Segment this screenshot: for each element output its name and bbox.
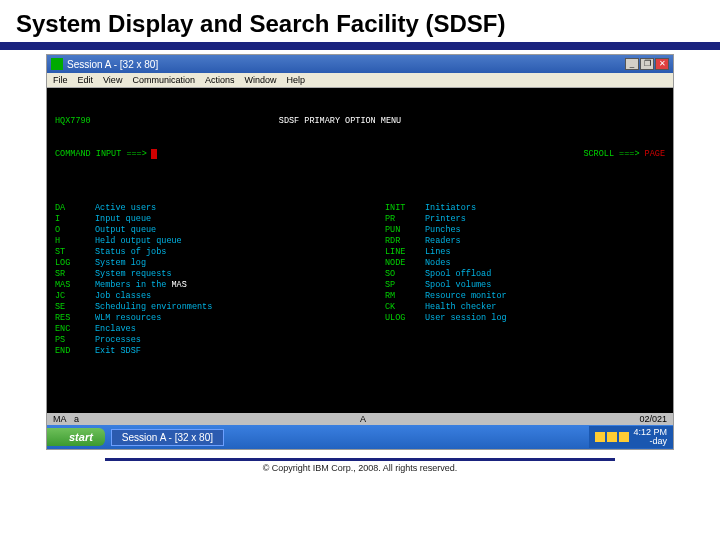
option-row[interactable]: JCJob classes — [55, 291, 385, 302]
start-button[interactable]: start — [47, 428, 105, 446]
option-row[interactable]: DAActive users — [55, 203, 385, 214]
menu-item[interactable]: Help — [286, 75, 305, 85]
option-desc: Members in the MAS — [95, 280, 187, 291]
option-row[interactable]: OOutput queue — [55, 225, 385, 236]
option-row[interactable]: NODENodes — [385, 258, 665, 269]
title-underline — [0, 42, 720, 50]
status-left: MA — [53, 414, 67, 424]
option-code: RES — [55, 313, 95, 324]
option-row[interactable]: PUNPunches — [385, 225, 665, 236]
option-desc: System requests — [95, 269, 172, 280]
option-code: CK — [385, 302, 425, 313]
option-code: PR — [385, 214, 425, 225]
slide-footer: © Copyright IBM Corp., 2008. All rights … — [0, 463, 720, 473]
status-a: a — [67, 414, 87, 424]
option-code: O — [55, 225, 95, 236]
option-row[interactable]: LOGSystem log — [55, 258, 385, 269]
option-code: DA — [55, 203, 95, 214]
option-code: PUN — [385, 225, 425, 236]
option-row[interactable]: SEScheduling environments — [55, 302, 385, 313]
panel-id: HQX7790 — [55, 116, 135, 127]
option-row[interactable]: IInput queue — [55, 214, 385, 225]
menu-item[interactable]: Communication — [132, 75, 195, 85]
tray-icons[interactable] — [595, 432, 629, 442]
option-columns: DAActive usersIInput queueOOutput queueH… — [55, 203, 665, 357]
option-code: MAS — [55, 280, 95, 291]
option-row[interactable]: MASMembers in the MAS — [55, 280, 385, 291]
tray-icon[interactable] — [607, 432, 617, 442]
option-desc: WLM resources — [95, 313, 161, 324]
taskbar-item[interactable]: Session A - [32 x 80] — [111, 429, 224, 446]
option-row[interactable]: RMResource monitor — [385, 291, 665, 302]
option-desc: Health checker — [425, 302, 496, 313]
menu-item[interactable]: Actions — [205, 75, 235, 85]
option-row[interactable]: STStatus of jobs — [55, 247, 385, 258]
option-code: LOG — [55, 258, 95, 269]
option-code: SE — [55, 302, 95, 313]
option-code: INIT — [385, 203, 425, 214]
menu-item[interactable]: Window — [244, 75, 276, 85]
option-desc: Nodes — [425, 258, 451, 269]
option-desc: Scheduling environments — [95, 302, 212, 313]
license-block: Licensed Materials - Property of IBM 569… — [55, 398, 665, 413]
option-desc: Readers — [425, 236, 461, 247]
tray-icon[interactable] — [619, 432, 629, 442]
emulator-window: Session A - [32 x 80] _ ❐ ✕ FileEditView… — [46, 54, 674, 450]
option-code: SO — [385, 269, 425, 280]
window-titlebar[interactable]: Session A - [32 x 80] _ ❐ ✕ — [47, 55, 673, 73]
option-desc: Initiators — [425, 203, 476, 214]
option-desc: Exit SDSF — [95, 346, 141, 357]
option-row[interactable]: SOSpool offload — [385, 269, 665, 280]
option-code: ST — [55, 247, 95, 258]
option-row[interactable]: RDRReaders — [385, 236, 665, 247]
option-row[interactable]: ULOGUser session log — [385, 313, 665, 324]
option-row[interactable]: CKHealth checker — [385, 302, 665, 313]
option-code: ENC — [55, 324, 95, 335]
option-code: PS — [55, 335, 95, 346]
menu-item[interactable]: View — [103, 75, 122, 85]
option-row[interactable]: HHeld output queue — [55, 236, 385, 247]
option-row[interactable]: SRSystem requests — [55, 269, 385, 280]
option-desc: Enclaves — [95, 324, 136, 335]
system-tray[interactable]: 4:12 PM -day — [589, 426, 673, 448]
terminal-screen[interactable]: HQX7790 SDSF PRIMARY OPTION MENU COMMAND… — [47, 88, 673, 413]
menu-item[interactable]: Edit — [78, 75, 94, 85]
option-desc: Input queue — [95, 214, 151, 225]
menu-item[interactable]: File — [53, 75, 68, 85]
option-code: I — [55, 214, 95, 225]
option-code: END — [55, 346, 95, 357]
option-desc: Punches — [425, 225, 461, 236]
window-title: Session A - [32 x 80] — [67, 59, 625, 70]
minimize-button[interactable]: _ — [625, 58, 639, 70]
close-button[interactable]: ✕ — [655, 58, 669, 70]
option-code: NODE — [385, 258, 425, 269]
option-code: SP — [385, 280, 425, 291]
tray-icon[interactable] — [595, 432, 605, 442]
option-row[interactable]: INITInitiators — [385, 203, 665, 214]
cursor[interactable] — [151, 149, 157, 159]
option-code: RDR — [385, 236, 425, 247]
scroll-value[interactable]: PAGE — [645, 149, 665, 159]
maximize-button[interactable]: ❐ — [640, 58, 654, 70]
option-desc: Status of jobs — [95, 247, 166, 258]
option-row[interactable]: ENDExit SDSF — [55, 346, 385, 357]
option-row[interactable]: SPSpool volumes — [385, 280, 665, 291]
option-row[interactable]: PSProcesses — [55, 335, 385, 346]
option-row[interactable]: ENCEnclaves — [55, 324, 385, 335]
option-desc: Held output queue — [95, 236, 182, 247]
app-icon — [51, 58, 63, 70]
menu-bar: FileEditViewCommunicationActionsWindowHe… — [47, 73, 673, 88]
option-row[interactable]: PRPrinters — [385, 214, 665, 225]
emulator-statusbar: MA a A 02/021 — [47, 413, 673, 425]
window-controls: _ ❐ ✕ — [625, 58, 669, 70]
clock: 4:12 PM -day — [633, 428, 667, 446]
option-desc: Job classes — [95, 291, 151, 302]
slide-title: System Display and Search Facility (SDSF… — [0, 0, 720, 42]
option-code: JC — [55, 291, 95, 302]
option-code: LINE — [385, 247, 425, 258]
option-row[interactable]: RESWLM resources — [55, 313, 385, 324]
scroll-label: SCROLL ===> PAGE — [583, 149, 665, 160]
option-row[interactable]: LINELines — [385, 247, 665, 258]
footer-bar — [105, 458, 615, 461]
command-label: COMMAND INPUT ===> — [55, 149, 147, 160]
